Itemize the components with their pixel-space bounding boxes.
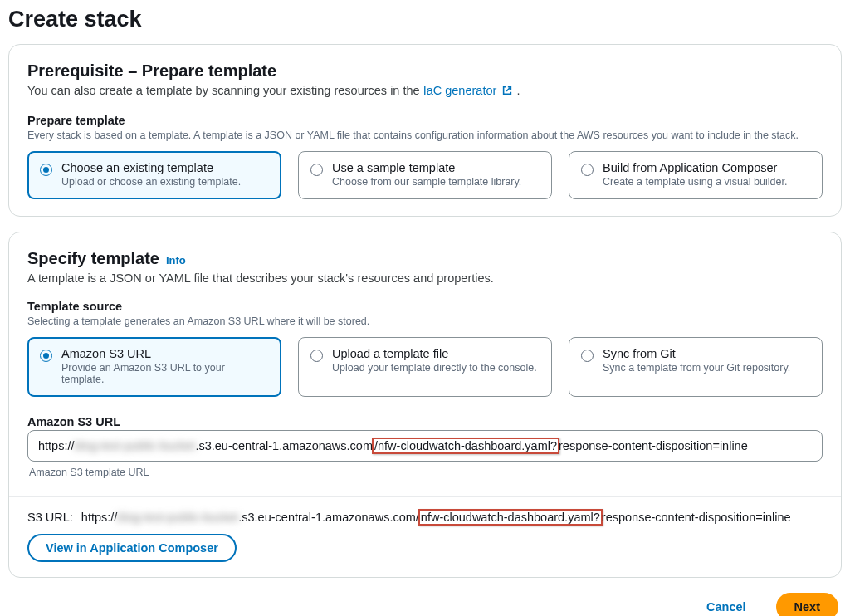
url-part: https:// (81, 511, 118, 524)
option-title: Use a sample template (332, 161, 521, 174)
url-part: .s3.eu-central-1.amazonaws.com/ (238, 511, 419, 524)
option-amazon-s3-url[interactable]: Amazon S3 URL Provide an Amazon S3 URL t… (27, 337, 281, 397)
radio-icon (581, 164, 594, 176)
specify-template-panel: Specify template Info A template is a JS… (8, 232, 842, 578)
url-part: response-content-disposition=inline (559, 439, 748, 452)
url-part-redacted: blog-test-public-bucket (117, 511, 238, 524)
option-sub: Upload or choose an existing template. (61, 176, 241, 188)
option-use-sample-template[interactable]: Use a sample template Choose from our sa… (298, 151, 552, 199)
radio-icon (581, 350, 594, 362)
radio-icon (310, 164, 323, 176)
action-row: Cancel Next (8, 593, 842, 616)
radio-icon (40, 164, 52, 176)
option-upload-template-file[interactable]: Upload a template file Upload your templ… (298, 337, 552, 397)
specify-template-heading: Specify template Info (27, 249, 823, 268)
prepare-template-help: Every stack is based on a template. A te… (27, 129, 823, 143)
specify-template-desc: A template is a JSON or YAML file that d… (27, 271, 823, 285)
amazon-s3-url-label: Amazon S3 URL (27, 415, 823, 428)
info-link[interactable]: Info (166, 254, 186, 266)
next-button[interactable]: Next (776, 593, 838, 616)
prerequisite-heading-text: Prerequisite – Prepare template (27, 61, 276, 81)
iac-generator-link[interactable]: IaC generator (423, 84, 517, 97)
url-part-redacted: blog-test-public-bucket (75, 439, 196, 452)
url-highlighted-filename: nfw-cloudwatch-dashboard.yaml? (418, 509, 603, 526)
option-sub: Sync a template from your Git repository… (603, 362, 790, 374)
radio-icon (40, 350, 52, 362)
amazon-s3-url-input[interactable]: https://blog-test-public-bucket.s3.eu-ce… (27, 430, 823, 462)
option-choose-existing-template[interactable]: Choose an existing template Upload or ch… (27, 151, 281, 199)
s3-url-display-label: S3 URL: (27, 511, 73, 524)
iac-generator-link-text: IaC generator (423, 84, 497, 97)
url-part: .s3.eu-central-1.amazonaws.com (195, 439, 373, 452)
s3-url-display-value: https://blog-test-public-bucket.s3.eu-ce… (81, 509, 791, 526)
prepare-template-label: Prepare template (27, 114, 823, 127)
prerequisite-desc: You can also create a template by scanni… (27, 84, 823, 99)
prereq-desc-suffix: . (516, 84, 520, 97)
url-part: response-content-disposition=inline (602, 511, 791, 524)
url-highlighted-filename: /nfw-cloudwatch-dashboard.yaml? (372, 438, 559, 454)
option-title: Build from Application Composer (603, 161, 787, 174)
prerequisite-heading: Prerequisite – Prepare template (27, 61, 823, 81)
url-part: https:// (38, 439, 75, 452)
option-build-from-application-composer[interactable]: Build from Application Composer Create a… (569, 151, 823, 199)
specify-template-heading-text: Specify template (27, 249, 159, 268)
s3-url-display: S3 URL: https://blog-test-public-bucket.… (27, 509, 823, 526)
option-title: Amazon S3 URL (61, 347, 269, 360)
option-title: Sync from Git (603, 347, 790, 360)
amazon-s3-url-help: Amazon S3 template URL (29, 467, 823, 478)
prepare-template-options: Choose an existing template Upload or ch… (27, 151, 823, 199)
external-link-icon (501, 85, 513, 99)
prereq-desc-prefix: You can also create a template by scanni… (27, 84, 423, 97)
template-source-help: Selecting a template generates an Amazon… (27, 315, 823, 329)
radio-icon (310, 350, 323, 362)
option-sub: Create a template using a visual builder… (603, 176, 787, 188)
template-source-options: Amazon S3 URL Provide an Amazon S3 URL t… (27, 337, 823, 397)
cancel-button[interactable]: Cancel (688, 593, 765, 616)
option-sync-from-git[interactable]: Sync from Git Sync a template from your … (569, 337, 823, 397)
option-sub: Provide an Amazon S3 URL to your templat… (61, 362, 269, 385)
option-title: Upload a template file (332, 347, 537, 360)
option-title: Choose an existing template (61, 161, 241, 174)
view-in-application-composer-button[interactable]: View in Application Composer (27, 534, 237, 562)
specify-panel-footer: S3 URL: https://blog-test-public-bucket.… (9, 496, 841, 577)
page-title: Create stack (8, 7, 842, 32)
option-sub: Choose from our sample template library. (332, 176, 521, 188)
template-source-label: Template source (27, 300, 823, 313)
prerequisite-panel: Prerequisite – Prepare template You can … (8, 44, 842, 217)
option-sub: Upload your template directly to the con… (332, 362, 537, 374)
